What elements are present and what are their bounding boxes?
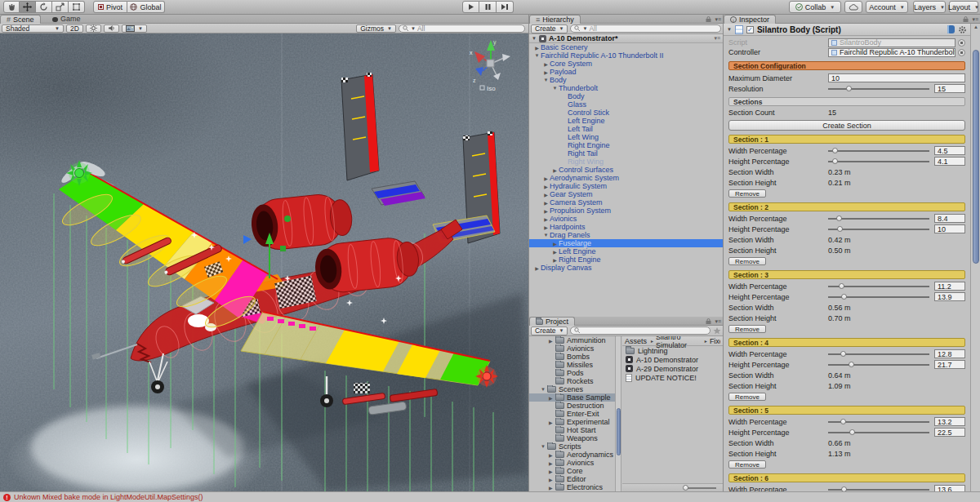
controller-object-field[interactable]: Fairchild Republic A-10 Thunderbolt II (… (828, 48, 956, 57)
expand-arrow[interactable]: ▶ (542, 61, 550, 67)
expand-arrow[interactable]: ▶ (549, 460, 555, 466)
pause-button[interactable] (479, 1, 497, 13)
project-folder-row[interactable]: Enter-Exit (529, 410, 615, 418)
section-header[interactable]: Section : 1 (728, 135, 965, 144)
hierarchy-item[interactable]: Right Tail (529, 149, 723, 158)
section-header[interactable]: Section : 2 (728, 202, 965, 211)
hierarchy-item[interactable]: Left Tail (529, 125, 723, 133)
expand-arrow[interactable]: ▶ (542, 69, 550, 75)
hierarchy-item[interactable]: ▶ Propulsion System (529, 207, 723, 215)
width-percentage-slider[interactable] (828, 417, 929, 426)
hierarchy-item[interactable]: ▼ Body (529, 76, 723, 84)
height-percentage-input[interactable]: 4.1 (934, 157, 965, 166)
expand-arrow[interactable]: ▶ (551, 241, 559, 247)
expand-arrow[interactable]: ▼ (541, 387, 547, 392)
collab-dropdown[interactable]: Collab▼ (789, 1, 841, 13)
expand-arrow[interactable]: ▼ (542, 233, 550, 238)
panel-menu-icon[interactable]: ▾≡ (972, 16, 978, 23)
hierarchy-item[interactable]: ▶ Hydraulic System (529, 182, 723, 190)
hierarchy-item[interactable]: ▶ Display Canvas (529, 264, 723, 272)
expand-arrow[interactable]: ▶ (542, 208, 550, 214)
hierarchy-item[interactable]: ▶ Fuselarge (529, 239, 723, 247)
remove-section-button[interactable]: Remove (728, 325, 766, 333)
script-object-field[interactable]: SilantroBody (828, 38, 956, 47)
resolution-input[interactable]: 15 (934, 84, 965, 93)
expand-arrow[interactable]: ▶ (549, 485, 555, 491)
project-folder-row[interactable]: Missiles (529, 361, 615, 369)
tab-hierarchy[interactable]: ≡ Hierarchy (529, 15, 581, 24)
section-header[interactable]: Section : 6 (728, 473, 965, 482)
project-folder-row[interactable]: Destruction (529, 402, 615, 410)
width-percentage-slider[interactable] (828, 485, 929, 491)
resolution-slider[interactable] (828, 84, 929, 93)
account-dropdown[interactable]: Account▼ (866, 1, 908, 13)
tab-project[interactable]: Project (529, 317, 575, 326)
hierarchy-item[interactable]: ▶ Aerodynamic System (529, 174, 723, 182)
width-percentage-slider[interactable] (828, 146, 929, 155)
expand-arrow[interactable]: ▼ (533, 53, 541, 58)
hierarchy-item[interactable]: Right Engine (529, 141, 723, 149)
favorites-icon[interactable] (713, 327, 721, 335)
width-percentage-input[interactable]: 13.2 (934, 417, 965, 426)
section-header[interactable]: Section : 4 (728, 338, 965, 347)
status-bar[interactable]: ! Unkown Mixed bake mode in LightModeUti… (0, 491, 980, 502)
layout-dropdown[interactable]: Layout▼ (949, 1, 978, 13)
maximum-diameter-input[interactable]: 10 (828, 73, 965, 82)
height-percentage-input[interactable]: 10 (934, 224, 965, 233)
hierarchy-item[interactable]: ▶ Left Engine (529, 247, 723, 255)
project-folder-row[interactable]: ▶ Editor (529, 475, 615, 483)
object-picker-icon[interactable] (958, 49, 965, 56)
expand-arrow[interactable]: ▶ (542, 192, 550, 198)
step-button[interactable] (497, 1, 514, 13)
create-section-button[interactable]: Create Section (728, 120, 965, 131)
project-asset-row[interactable]: UPDATE NOTICE! (622, 373, 723, 382)
expand-arrow[interactable]: ▶ (542, 224, 550, 230)
project-folder-row[interactable]: Rockets (529, 377, 615, 385)
project-folder-row[interactable]: Bombs (529, 353, 615, 361)
remove-section-button[interactable]: Remove (728, 189, 766, 198)
hierarchy-item[interactable]: Right Wing (529, 158, 723, 166)
section-header[interactable]: Section : 3 (728, 270, 965, 279)
tree-scrollbar[interactable] (616, 336, 621, 491)
expand-arrow[interactable]: ▶ (549, 338, 555, 344)
gear-icon[interactable] (958, 25, 967, 34)
iso-mode-label[interactable]: Iso (487, 85, 496, 92)
remove-section-button[interactable]: Remove (728, 257, 766, 265)
gizmos-dropdown[interactable]: Gizmos▼ (356, 24, 396, 33)
height-percentage-slider[interactable] (828, 428, 929, 437)
lighting-toggle[interactable] (86, 24, 101, 33)
expand-arrow[interactable]: ▶ (542, 175, 550, 181)
hierarchy-item[interactable]: ▼ Fairchild Republic A-10 Thunderbolt II (529, 51, 723, 60)
scene-viewport[interactable]: x y z Iso (0, 33, 528, 491)
expand-arrow[interactable]: ▶ (533, 265, 541, 271)
expand-arrow[interactable]: ▶ (549, 452, 555, 458)
project-folder-row[interactable]: ▶ Base Sample (529, 393, 615, 402)
foldout-arrow[interactable]: ▼ (727, 27, 732, 32)
hierarchy-item[interactable]: ▶ Hardpoints (529, 223, 723, 231)
foldout-arrow[interactable]: ▼ (532, 36, 537, 41)
height-percentage-slider[interactable] (828, 224, 929, 233)
hierarchy-item[interactable]: Left Engine (529, 117, 723, 125)
hierarchy-item[interactable]: ▼ Drag Panels (529, 231, 723, 239)
hierarchy-item[interactable]: ▶ Right Engine (529, 255, 723, 264)
width-percentage-input[interactable]: 12.8 (934, 349, 965, 358)
project-folder-row[interactable]: ▼ Scenes (529, 385, 615, 393)
shading-mode-dropdown[interactable]: Shaded▼ (2, 24, 64, 33)
expand-arrow[interactable]: ▶ (549, 395, 555, 401)
panel-menu-icon[interactable]: ▾≡ (715, 16, 721, 23)
height-percentage-input[interactable]: 13.9 (934, 292, 965, 301)
lock-icon[interactable] (705, 318, 712, 325)
height-percentage-slider[interactable] (828, 360, 929, 369)
component-header[interactable]: ▼ ✓ Silantro Body (Script) (724, 24, 970, 36)
help-icon[interactable] (947, 25, 955, 33)
tab-inspector[interactable]: i Inspector (724, 15, 776, 24)
hierarchy-item[interactable]: ▶ Control Surfaces (529, 166, 723, 174)
panel-menu-icon[interactable]: ▾≡ (715, 318, 721, 325)
project-folder-row[interactable]: ▶ Experimental (529, 418, 615, 426)
expand-arrow[interactable]: ▶ (549, 420, 555, 425)
pivot-toggle[interactable]: Pivot (93, 1, 127, 13)
expand-arrow[interactable]: ▼ (551, 86, 559, 91)
width-percentage-slider[interactable] (828, 282, 929, 291)
width-percentage-slider[interactable] (828, 214, 929, 223)
hierarchy-search-input[interactable]: ▼ All (570, 24, 721, 33)
